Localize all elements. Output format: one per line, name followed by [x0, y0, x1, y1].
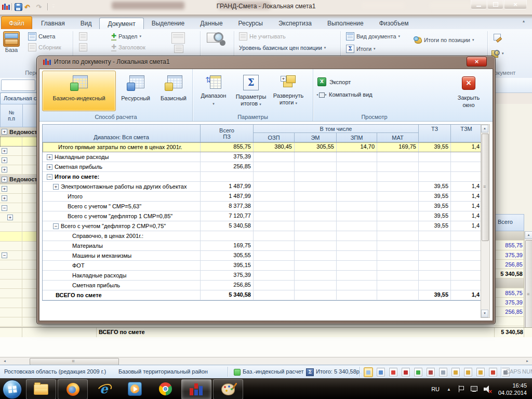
grid-row[interactable]: + — [0, 184, 42, 194]
totals-row[interactable]: + Сметная прибыль 256,85 — [43, 162, 483, 172]
grid-row[interactable] — [0, 270, 42, 279]
totals-row[interactable]: Машины и механизмы 305,55 — [43, 251, 483, 261]
view-mode-icon[interactable] — [426, 367, 435, 377]
start-button[interactable] — [3, 380, 22, 399]
grid-row[interactable] — [0, 308, 42, 317]
totals-row[interactable]: Всего с учетом "дефлятор 1 СМР=0,85" 7 1… — [43, 211, 483, 221]
expander-icon[interactable]: + — [2, 186, 7, 192]
close-button[interactable]: × — [504, 0, 527, 9]
totals-row[interactable]: − Итоги по смете: — [43, 172, 483, 182]
totals-row[interactable]: Сметная прибыль 256,85 — [43, 281, 483, 290]
view-mode-icon[interactable] — [476, 367, 485, 377]
ribbon-button-uroven[interactable]: Уровень базисных цен позиции ▾ — [239, 45, 326, 51]
expander-icon[interactable]: + — [2, 195, 7, 201]
dialog-title-bar[interactable]: Итоги по документу - Локальная смета1 — [43, 58, 170, 65]
document-tab[interactable]: Локальная смета1 — [0, 92, 41, 104]
grid-cell-value[interactable] — [495, 231, 524, 241]
range-button[interactable]: Диапазон ▾ — [195, 72, 232, 112]
totals-row[interactable]: + Накладные расходы 375,39 — [43, 152, 483, 162]
close-window-button[interactable]: × Закрыть окно — [450, 73, 487, 113]
ribbon-button-vid-dokumenta[interactable]: Вид документа ▾ — [346, 32, 400, 41]
ribbon-tab[interactable]: Вид — [73, 18, 100, 29]
maximize-button[interactable] — [487, 0, 503, 9]
ribbon-tab[interactable]: Данные — [192, 18, 230, 29]
expander-icon[interactable]: + — [47, 154, 52, 160]
ribbon-tab[interactable]: Экспертиза — [271, 18, 320, 29]
ribbon-tab[interactable]: Документ — [99, 18, 143, 29]
totals-row[interactable]: Итого 1 487,99 39,55 1,4 — [43, 192, 483, 202]
grid-row[interactable] — [0, 317, 42, 327]
view-mode-icon[interactable] — [389, 367, 398, 377]
grid-cell-value[interactable] — [495, 317, 524, 326]
expander-icon[interactable]: − — [2, 205, 7, 211]
scroll-right-icon[interactable]: ► — [524, 358, 531, 365]
network-icon[interactable] — [471, 386, 478, 393]
scroll-up-icon[interactable]: ▲ — [481, 125, 488, 132]
ribbon-tab[interactable]: Физобъем — [371, 18, 417, 29]
ribbon-button-razdel[interactable]: ✚ Раздел ▾ — [111, 32, 141, 41]
view-mode-icon[interactable] — [488, 367, 498, 377]
grid-cell-value[interactable]: 375,39 — [495, 298, 524, 307]
taskbar-app-button[interactable] — [181, 379, 211, 399]
taskbar-app-button[interactable] — [58, 379, 88, 399]
scroll-left-icon[interactable]: ◄ — [1, 358, 8, 365]
totals-row[interactable]: Всего с учетом " СМР=5,63" 8 377,38 39,5… — [43, 202, 483, 211]
dialog-close-button[interactable]: × — [467, 57, 487, 66]
grid-row[interactable]: + — [0, 147, 42, 156]
expander-icon[interactable]: + — [2, 148, 7, 154]
grid-row[interactable]: − — [0, 203, 42, 212]
scrollbar-thumb[interactable] — [482, 134, 489, 241]
grid-cell-value[interactable]: 375,39 — [495, 250, 524, 260]
action-center-icon[interactable] — [458, 385, 464, 393]
show-hidden-icons[interactable]: ▲ — [447, 387, 451, 392]
grid-row[interactable]: + — [0, 156, 42, 165]
language-indicator[interactable]: RU — [431, 386, 440, 392]
totals-row[interactable]: Накладные расходы 375,39 — [43, 271, 483, 281]
totals-params-button[interactable]: Параметры итогов ▾ — [232, 72, 270, 112]
tab-file[interactable]: Файл — [1, 16, 32, 30]
view-mode-icon[interactable] — [364, 367, 373, 377]
expander-icon[interactable]: − — [2, 252, 7, 258]
ribbon-button-smeta[interactable]: Смета — [28, 32, 55, 41]
scroll-down-icon[interactable]: ▼ — [481, 310, 488, 317]
grid-cell-value[interactable]: 855,75 — [495, 241, 524, 250]
ribbon-tab[interactable]: Выполнение — [320, 18, 371, 29]
grid-cell-value[interactable]: 5 340,58 — [495, 269, 524, 278]
ribbon-button-itogi-po-pozicii[interactable]: Итоги по позиции ▾ — [414, 36, 474, 44]
expander-icon[interactable]: − — [47, 174, 52, 180]
view-mode-icon[interactable] — [463, 367, 473, 377]
totals-row[interactable]: ФОТ 395,15 — [43, 261, 483, 271]
expander-icon[interactable]: − — [53, 223, 59, 229]
totals-row[interactable]: + Электромонтажные работы на других объе… — [43, 182, 483, 192]
dialog-vertical-scrollbar[interactable]: ▲ ▼ — [481, 124, 490, 318]
view-mode-icon[interactable] — [451, 367, 460, 377]
calc-mode-button[interactable]: Ресурсный — [117, 71, 154, 111]
calc-mode-button[interactable]: Базисно-индексный — [42, 71, 116, 111]
grid-cell-value[interactable]: 256,85 — [495, 307, 524, 316]
calc-mode-button[interactable]: Базисный — [155, 71, 192, 111]
totals-row[interactable]: Итого прямые затраты по смете в ценах 20… — [43, 142, 483, 152]
ribbon-button-itogi[interactable]: Σ Итоги ▾ — [346, 45, 376, 53]
grid-row[interactable] — [0, 260, 42, 270]
scrollbar-thumb[interactable] — [30, 358, 119, 365]
taskbar-app-button[interactable] — [26, 379, 56, 399]
view-mode-icon[interactable] — [401, 367, 410, 377]
grid-row[interactable] — [0, 298, 42, 308]
grid-row[interactable]: + — [0, 213, 42, 222]
totals-row[interactable]: Справочно, в ценах 2001г.: — [43, 231, 483, 241]
ribbon-tab[interactable]: Главная — [33, 18, 73, 29]
grid-row[interactable] — [0, 222, 42, 232]
grid-row[interactable]: − — [0, 251, 42, 260]
expander-icon[interactable]: + — [2, 129, 7, 135]
search-combobox[interactable] — [1, 79, 35, 91]
totals-row[interactable]: Материалы 169,75 — [43, 241, 483, 251]
view-mode-icon[interactable] — [376, 367, 385, 377]
expander-icon[interactable]: + — [7, 215, 13, 220]
expander-icon[interactable]: + — [2, 157, 7, 163]
grid-cell-value[interactable] — [495, 278, 524, 288]
grid-row[interactable] — [0, 242, 42, 251]
grid-cell-value[interactable]: 855,75 — [495, 288, 524, 298]
view-mode-icon[interactable] — [414, 367, 423, 377]
view-mode-icon[interactable] — [438, 367, 448, 377]
grid-row[interactable]: + Ведомост — [0, 127, 42, 137]
